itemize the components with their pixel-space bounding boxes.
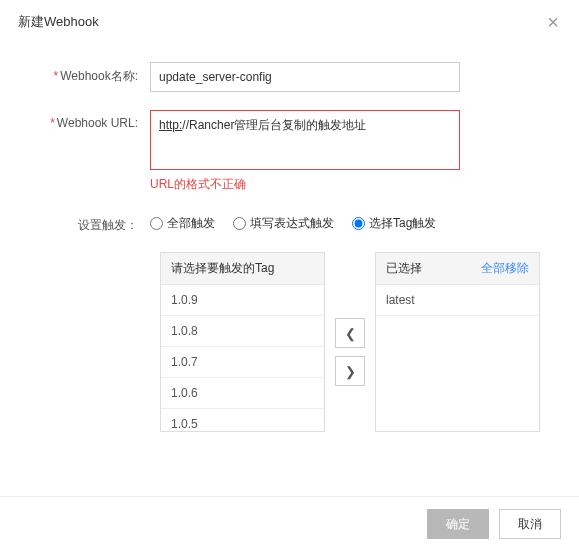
- trigger-radio-group: 全部触发 填写表达式触发 选择Tag触发: [150, 211, 559, 232]
- selected-tags-box: 已选择 全部移除 latest: [375, 252, 540, 432]
- list-item[interactable]: latest: [376, 285, 539, 316]
- required-asterisk: *: [50, 116, 55, 130]
- dialog-footer: 确定 取消: [0, 496, 579, 551]
- available-tags-list[interactable]: 1.0.91.0.81.0.71.0.61.0.51.0.2: [161, 285, 324, 432]
- list-item[interactable]: 1.0.9: [161, 285, 324, 316]
- label-trigger: 设置触发：: [20, 211, 150, 234]
- chevron-left-icon: ❮: [345, 326, 356, 341]
- radio-input-tag[interactable]: [352, 217, 365, 230]
- webhook-name-input[interactable]: [150, 62, 460, 92]
- move-right-button[interactable]: ❯: [335, 356, 365, 386]
- ok-button[interactable]: 确定: [427, 509, 489, 539]
- row-webhook-url: *Webhook URL: http://Rancher管理后台复制的触发地址 …: [20, 110, 559, 193]
- url-error-message: URL的格式不正确: [150, 176, 559, 193]
- chevron-right-icon: ❯: [345, 364, 356, 379]
- remove-all-link[interactable]: 全部移除: [481, 260, 529, 277]
- close-icon[interactable]: ×: [547, 12, 559, 32]
- radio-trigger-tag[interactable]: 选择Tag触发: [352, 215, 436, 232]
- form-area: *Webhook名称: *Webhook URL: http://Rancher…: [0, 42, 579, 432]
- cancel-button[interactable]: 取消: [499, 509, 561, 539]
- url-scheme: http:: [159, 118, 182, 132]
- list-item[interactable]: 1.0.6: [161, 378, 324, 409]
- list-item[interactable]: 1.0.8: [161, 316, 324, 347]
- row-webhook-name: *Webhook名称:: [20, 62, 559, 92]
- selected-tags-header: 已选择 全部移除: [376, 253, 539, 285]
- label-webhook-name: *Webhook名称:: [20, 62, 150, 85]
- radio-trigger-expr[interactable]: 填写表达式触发: [233, 215, 334, 232]
- move-left-button[interactable]: ❮: [335, 318, 365, 348]
- label-webhook-url: *Webhook URL:: [20, 110, 150, 130]
- required-asterisk: *: [54, 69, 59, 83]
- list-item[interactable]: 1.0.7: [161, 347, 324, 378]
- move-buttons: ❮ ❯: [335, 318, 365, 386]
- row-trigger: 设置触发： 全部触发 填写表达式触发 选择Tag触发: [20, 211, 559, 234]
- radio-input-all[interactable]: [150, 217, 163, 230]
- available-tags-header: 请选择要触发的Tag: [161, 253, 324, 285]
- radio-trigger-all[interactable]: 全部触发: [150, 215, 215, 232]
- webhook-url-textarea[interactable]: http://Rancher管理后台复制的触发地址: [150, 110, 460, 170]
- dialog-header: 新建Webhook ×: [0, 0, 579, 42]
- list-item[interactable]: 1.0.5: [161, 409, 324, 432]
- tag-selector-area: 请选择要触发的Tag 1.0.91.0.81.0.71.0.61.0.51.0.…: [160, 252, 559, 432]
- available-tags-box: 请选择要触发的Tag 1.0.91.0.81.0.71.0.61.0.51.0.…: [160, 252, 325, 432]
- dialog-title: 新建Webhook: [18, 13, 99, 31]
- selected-tags-list[interactable]: latest: [376, 285, 539, 432]
- radio-input-expr[interactable]: [233, 217, 246, 230]
